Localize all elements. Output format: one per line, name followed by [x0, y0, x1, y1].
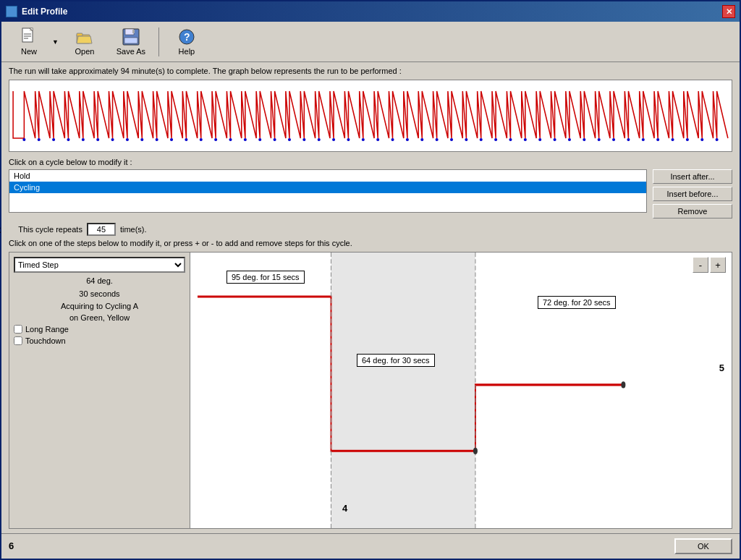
svg-point-37 [347, 138, 350, 141]
step-type-select[interactable]: Timed Step Gradient Step Hold [14, 257, 185, 273]
num-label-2: 2 [0, 224, 1, 235]
open-label: Open [75, 47, 94, 56]
ok-button[interactable]: OK [674, 538, 732, 554]
svg-point-61 [700, 138, 703, 141]
svg-rect-10 [124, 38, 137, 43]
open-button[interactable]: Open [63, 25, 106, 59]
left-panel: 3 Timed Step Gradient Step Hold 64 deg. … [9, 253, 190, 528]
long-range-row: Long Range [14, 325, 185, 334]
svg-point-39 [376, 138, 379, 141]
svg-point-26 [185, 138, 187, 141]
svg-point-44 [450, 138, 453, 141]
svg-point-40 [391, 138, 394, 141]
info-text: The run will take approximately 94 minut… [9, 67, 732, 75]
svg-point-18 [67, 138, 69, 141]
svg-point-33 [288, 138, 291, 141]
svg-point-67 [621, 381, 625, 388]
time-label: 30 seconds [14, 289, 185, 299]
svg-point-22 [126, 138, 129, 141]
save-as-button[interactable]: Save As [109, 25, 153, 59]
svg-point-23 [140, 138, 143, 141]
cycle-list-section: 1 Hold Cycling Insert after... Insert be… [9, 169, 732, 219]
svg-point-34 [302, 138, 305, 141]
open-icon [76, 28, 93, 46]
svg-point-31 [258, 138, 261, 141]
svg-point-29 [229, 138, 232, 141]
svg-point-36 [332, 138, 335, 141]
profile-graph [9, 80, 732, 152]
window-title: Edit Profile [22, 7, 67, 17]
num-label-5: 5 [719, 362, 724, 373]
right-panel: - + 5 [190, 253, 732, 528]
cycle-item-hold[interactable]: Hold [9, 170, 646, 182]
svg-point-24 [156, 138, 158, 141]
svg-point-48 [509, 138, 512, 141]
remove-button[interactable]: Remove [653, 204, 732, 219]
svg-point-15 [22, 138, 25, 141]
svg-point-45 [465, 138, 467, 141]
svg-point-57 [642, 138, 645, 141]
temp-label: 64 deg. [14, 276, 185, 286]
svg-point-56 [627, 138, 630, 141]
svg-point-60 [686, 138, 689, 141]
svg-point-52 [568, 138, 571, 141]
svg-point-51 [554, 138, 556, 141]
long-range-checkbox[interactable] [14, 325, 22, 334]
repeat-prefix: This cycle repeats [18, 225, 82, 234]
new-label: New [21, 47, 37, 56]
acquiring-label: Acquiring to Cycling A [14, 302, 185, 310]
svg-rect-11 [132, 30, 135, 33]
touchdown-row: Touchdown [14, 336, 185, 345]
svg-point-62 [716, 138, 719, 141]
repeat-value-input[interactable] [87, 223, 116, 236]
cycle-section-label: Click on a cycle below to modify it : [9, 158, 732, 166]
svg-point-30 [244, 138, 247, 141]
new-dropdown-arrow[interactable]: ▼ [51, 37, 60, 47]
svg-point-66 [473, 448, 478, 454]
svg-marker-7 [77, 36, 92, 43]
long-range-label: Long Range [25, 325, 69, 334]
app-icon [6, 6, 17, 17]
repeat-suffix: time(s). [120, 225, 147, 234]
insert-before-button[interactable]: Insert before... [653, 187, 732, 201]
svg-point-27 [200, 138, 203, 141]
cycle-item-cycling[interactable]: Cycling [9, 182, 646, 193]
svg-point-28 [214, 138, 217, 141]
step-section-label: Click on one of the steps below to modif… [9, 239, 732, 247]
insert-after-button[interactable]: Insert after... [653, 169, 732, 184]
svg-point-54 [598, 138, 601, 141]
svg-text:?: ? [184, 31, 190, 43]
repeat-row: 2 This cycle repeats time(s). [9, 223, 732, 236]
annotation-72deg: 72 deg. for 20 secs [538, 296, 616, 309]
new-button[interactable]: New [7, 25, 51, 59]
colors-label: on Green, Yellow [14, 313, 185, 322]
num-label-4: 4 [342, 503, 347, 514]
svg-point-49 [524, 138, 527, 141]
close-button[interactable]: ✕ [722, 5, 735, 18]
help-label: Help [179, 47, 195, 56]
svg-point-46 [480, 138, 483, 141]
main-window: Edit Profile ✕ New [0, 0, 741, 560]
svg-rect-6 [77, 33, 82, 36]
touchdown-label: Touchdown [25, 336, 66, 345]
svg-rect-63 [331, 253, 475, 528]
help-icon: ? [178, 28, 195, 46]
help-button[interactable]: ? Help [165, 25, 208, 59]
toolbar-separator [158, 27, 159, 56]
svg-point-59 [671, 138, 674, 141]
svg-point-20 [96, 138, 99, 141]
content-area: The run will take approximately 94 minut… [1, 62, 740, 533]
cycle-list[interactable]: Hold Cycling [9, 169, 647, 213]
cycle-action-buttons: Insert after... Insert before... Remove [653, 169, 732, 219]
svg-point-55 [612, 138, 615, 141]
touchdown-checkbox[interactable] [14, 336, 22, 345]
toolbar: New ▼ Open S [1, 22, 740, 62]
bottom-bar: 6 OK [1, 533, 740, 559]
svg-rect-14 [9, 80, 732, 152]
svg-point-35 [318, 138, 321, 141]
annotation-95deg: 95 deg. for 15 secs [226, 271, 305, 284]
step-graph-svg [190, 253, 732, 528]
save-as-label: Save As [117, 47, 145, 56]
svg-point-50 [538, 138, 541, 141]
svg-point-19 [82, 138, 85, 141]
